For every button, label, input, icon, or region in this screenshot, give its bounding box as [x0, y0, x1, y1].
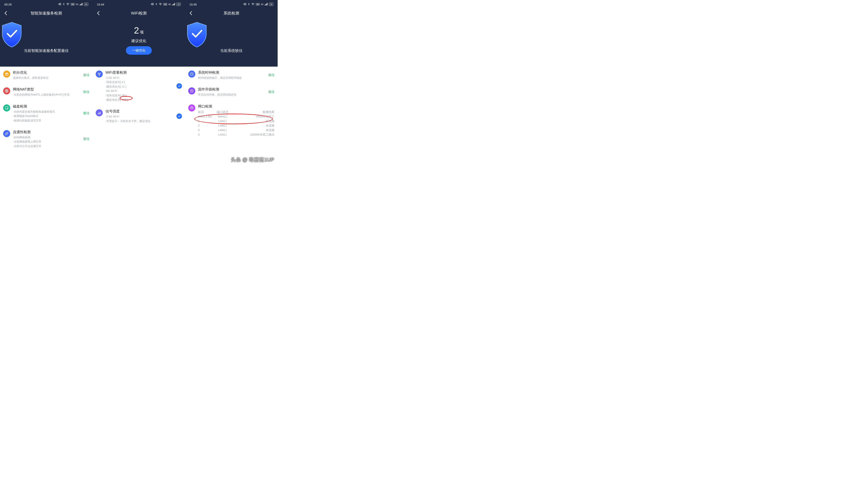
svg-rect-13	[174, 3, 175, 5]
svg-point-8	[7, 108, 7, 109]
header-subtitle: 当前智能加速服务配置最佳	[0, 48, 92, 53]
screen-wifi: 15:44 HD 4G 39 WiFi检测 2项 建议优化 一键优化	[92, 0, 185, 165]
status-time: 00:26	[4, 3, 12, 6]
item-sub: 时间错误的修正，保证应用程序稳定	[198, 76, 267, 80]
list-item-firmware[interactable]: 固件升级检测 开启自动升级，提高系统稳定性 最佳	[185, 84, 278, 100]
status-badge: 最佳	[268, 73, 275, 77]
svg-rect-17	[100, 112, 101, 114]
status-time: 15:45	[189, 3, 197, 6]
list-item-port[interactable]: 网口检测 标识端口状态检测结果WAN 2.5GWAN口2500M/全双工1LAN…	[185, 101, 278, 141]
item-title: 磁盘检测	[13, 104, 82, 109]
port-cell: LAN口	[214, 133, 231, 137]
item-title: 系统时钟检测	[198, 70, 267, 75]
header-subtitle: 建议优化	[92, 38, 185, 43]
back-button[interactable]	[187, 10, 194, 17]
header: 15:45 HD 4G 38 系统检测	[185, 0, 278, 67]
item-sub: ·2.4G Wi-Fi -带宽提示：当前存在干扰，建议优化	[105, 114, 175, 123]
battery-indicator: 38	[269, 3, 273, 6]
status-icons: HD 4G 39	[151, 2, 181, 6]
svg-rect-25	[190, 107, 193, 109]
port-cell: 2	[198, 124, 214, 127]
status-time: 15:44	[97, 3, 104, 6]
back-button[interactable]	[94, 10, 102, 17]
hd-icon: HD	[71, 3, 74, 5]
list-item-clock[interactable]: 系统时钟检测 时间错误的修正，保证应用程序稳定 最佳	[185, 67, 278, 84]
shield-icon	[0, 21, 23, 48]
list-item-points[interactable]: 积分优化 选择积分模式，获取更多积分 最佳	[0, 67, 92, 84]
list-item-nat[interactable]: 网络NAT类型 ·当前您的网络为NAT3,上级设备的UPnP已开启 较佳	[0, 84, 92, 100]
mute-icon	[151, 2, 154, 6]
bluetooth-icon	[248, 2, 250, 6]
port-cell: 2500M/全双工	[231, 115, 275, 119]
port-header-cell: 标识	[198, 110, 214, 114]
signal-icon	[172, 3, 175, 6]
net-label: 4G	[168, 3, 171, 5]
port-header-cell: 端口状态	[214, 110, 231, 114]
item-sub: ·2.4G Wi-Fi -现有信道为[ 4 ] -建议优化为[ 11 ] ·5G…	[105, 76, 175, 102]
screen-system: 15:45 HD 4G 38 系统检测	[185, 0, 278, 165]
nav-bar: 系统检测	[185, 7, 278, 19]
item-title: 连通性检测	[13, 130, 82, 134]
header-hero: 当前系统较佳	[185, 19, 278, 53]
list-item-disk[interactable]: 磁盘检测 ·当前内置存储为智能加速服务模式 -检测磁盘为ext4格式 -检测当前…	[0, 101, 92, 126]
wifi-icon	[159, 3, 162, 6]
status-badge: 最佳	[83, 137, 89, 141]
battery-indicator: 39	[176, 3, 181, 6]
svg-rect-2	[81, 4, 81, 5]
wifi-icon	[96, 71, 103, 77]
nav-bar: WiFi检测	[92, 7, 185, 19]
item-title: 网络NAT类型	[13, 87, 82, 92]
wifi-icon	[251, 3, 255, 6]
status-badge: 最佳	[83, 111, 89, 115]
svg-rect-19	[265, 4, 265, 5]
header-subtitle: 当前系统较佳	[185, 48, 278, 53]
mute-icon	[58, 2, 62, 6]
screen-acceleration: 00:26 HD 5G 44	[0, 0, 92, 165]
svg-rect-10	[172, 4, 173, 5]
link-icon	[3, 130, 10, 137]
check-icon	[176, 113, 182, 119]
header-hero: 当前智能加速服务配置最佳	[0, 19, 92, 53]
status-bar: 15:45 HD 4G 38	[185, 0, 278, 7]
net-label: 4G	[261, 3, 263, 5]
svg-point-5	[5, 73, 8, 74]
upgrade-icon	[188, 87, 195, 94]
wifi-icon	[66, 3, 70, 6]
item-sub: ·DNS网络探测 -当前网络探测上网正常 -当前与云平台连通正常	[13, 135, 82, 148]
status-icons: HD 4G 38	[243, 2, 273, 6]
shield-icon	[185, 21, 209, 48]
signal-icon	[265, 3, 268, 6]
net-label: 5G	[76, 3, 78, 5]
port-icon	[188, 104, 195, 111]
issue-count: 2	[134, 25, 139, 35]
back-button[interactable]	[2, 10, 10, 17]
hd-icon: HD	[256, 3, 260, 5]
svg-rect-3	[81, 3, 82, 5]
item-title: WiFi质量检测	[105, 70, 175, 75]
port-cell: 4	[198, 133, 214, 137]
optimize-button[interactable]: 一键优化	[126, 46, 152, 55]
svg-rect-20	[265, 4, 266, 5]
status-icons: HD 5G 44	[58, 2, 88, 6]
port-cell: WAN口	[214, 115, 231, 119]
item-title: 信号强度	[105, 109, 175, 114]
svg-rect-21	[266, 3, 267, 5]
svg-point-0	[68, 5, 68, 5]
svg-point-14	[99, 75, 100, 76]
header-hero: 2项 建议优化 一键优化	[92, 19, 185, 55]
list-item-wifi-quality[interactable]: WiFi质量检测 ·2.4G Wi-Fi -现有信道为[ 4 ] -建议优化为[…	[92, 67, 185, 105]
port-cell: 3	[198, 128, 214, 132]
signal-icon	[80, 3, 83, 6]
port-cell: WAN 2.5G	[198, 115, 214, 119]
item-title: 网口检测	[198, 104, 275, 109]
status-badge: 最佳	[268, 90, 275, 94]
list-item-signal[interactable]: 信号强度 ·2.4G Wi-Fi -带宽提示：当前存在干扰，建议优化	[92, 105, 185, 127]
port-cell: LAN口	[214, 124, 231, 127]
status-badge: 较佳	[83, 90, 89, 94]
items-list: WiFi质量检测 ·2.4G Wi-Fi -现有信道为[ 4 ] -建议优化为[…	[92, 67, 185, 127]
disk-icon	[3, 104, 10, 111]
item-sub: ·当前内置存储为智能加速服务模式 -检测磁盘为ext4格式 -检测当前磁盘读写正…	[13, 109, 82, 123]
port-cell: 未连接	[231, 124, 275, 127]
svg-rect-12	[174, 3, 174, 5]
list-item-connectivity[interactable]: 连通性检测 ·DNS网络探测 -当前网络探测上网正常 -当前与云平台连通正常 最…	[0, 126, 92, 152]
